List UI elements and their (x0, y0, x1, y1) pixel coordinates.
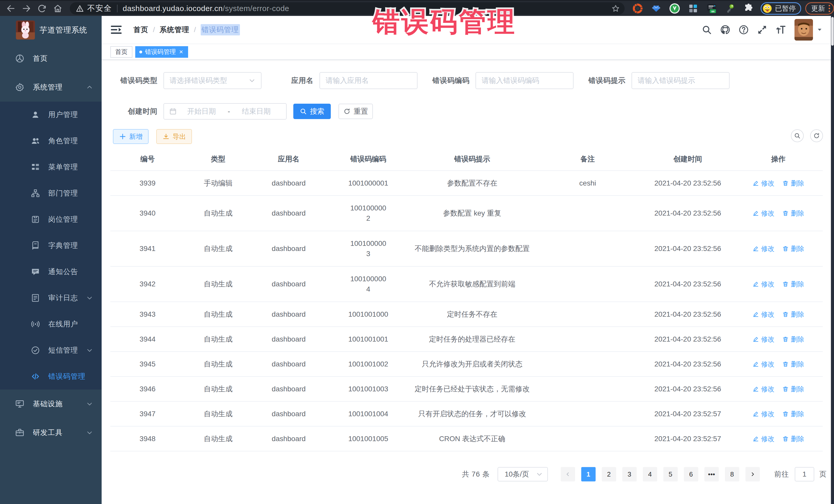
delete-row-button[interactable]: 删除 (782, 243, 804, 254)
security-label[interactable]: 不安全 (87, 3, 112, 14)
pager-ellipsis[interactable]: ••• (704, 467, 719, 481)
sidebar-item-菜单管理[interactable]: 菜单管理 (0, 154, 102, 180)
browser-profile-chip[interactable]: 已暂停 (761, 2, 801, 15)
error-type-select[interactable]: 请选择错误码类型 (163, 72, 262, 89)
sidebar-item-角色管理[interactable]: 角色管理 (0, 128, 102, 154)
sidebar-item-用户管理[interactable]: 用户管理 (0, 102, 102, 128)
tag-label: 错误码管理 (145, 48, 176, 56)
breadcrumb-system[interactable]: 系统管理 (160, 25, 190, 35)
filter-code-label: 错误码编码 (431, 76, 469, 85)
edit-row-button[interactable]: 修改 (752, 243, 774, 254)
delete-row-button[interactable]: 删除 (782, 409, 804, 419)
page-url[interactable]: dashboard.yudao.iocoder.cn/system/error-… (123, 4, 289, 13)
extension-squares-icon[interactable] (688, 3, 699, 14)
refresh-table-button[interactable] (810, 129, 823, 142)
browser-forward-icon[interactable] (22, 4, 31, 13)
date-end-placeholder[interactable]: 结束日期 (232, 107, 281, 116)
edit-row-button[interactable]: 修改 (752, 334, 774, 344)
extensions-puzzle-icon[interactable] (743, 3, 754, 14)
user-avatar[interactable] (794, 19, 813, 41)
tag-close-icon[interactable] (178, 49, 184, 54)
date-start-placeholder[interactable]: 开始日期 (177, 107, 226, 116)
search-button[interactable]: 搜索 (293, 104, 331, 119)
edit-row-button[interactable]: 修改 (752, 279, 774, 289)
edit-row-button[interactable]: 修改 (752, 309, 774, 320)
error-code-input[interactable]: 请输入错误码编码 (476, 72, 573, 89)
breadcrumb-separator: / (194, 26, 196, 34)
delete-row-button[interactable]: 删除 (782, 334, 804, 344)
page-scrollbar[interactable] (831, 16, 834, 504)
address-bar[interactable]: 不安全 dashboard.yudao.iocoder.cn/system/er… (70, 2, 624, 15)
sidebar-item-岗位管理[interactable]: 岗位管理 (0, 206, 102, 233)
extension-key-icon[interactable] (725, 3, 736, 14)
sidebar-item-部门管理[interactable]: 部门管理 (0, 180, 102, 206)
sidebar-item-通知公告[interactable]: 通知公告 (0, 259, 102, 285)
delete-row-button[interactable]: 删除 (782, 384, 804, 394)
extension-v-icon[interactable] (669, 3, 680, 14)
browser-home-icon[interactable] (53, 4, 63, 13)
sidebar-item-错误码管理[interactable]: 错误码管理 (0, 364, 102, 390)
delete-row-button[interactable]: 删除 (782, 279, 804, 289)
prev-page-button[interactable] (561, 467, 575, 481)
delete-row-button[interactable]: 删除 (782, 208, 804, 218)
breadcrumb-home[interactable]: 首页 (133, 25, 148, 35)
next-page-button[interactable] (745, 467, 760, 481)
sidebar-toggle-icon[interactable] (111, 25, 122, 35)
sidebar-item-在线用户[interactable]: 在线用户 (0, 311, 102, 337)
browser-reload-icon[interactable] (37, 4, 47, 13)
extension-ubuntu-icon[interactable] (632, 3, 643, 14)
page-button-5[interactable]: 5 (663, 467, 678, 481)
page-button-2[interactable]: 2 (602, 467, 616, 481)
sidebar-item-系统管理[interactable]: 系统管理 (0, 73, 102, 102)
delete-row-button[interactable]: 删除 (782, 359, 804, 369)
edit-row-button[interactable]: 修改 (752, 409, 774, 419)
browser-menu-dots-icon[interactable] (829, 5, 830, 12)
page-button-8[interactable]: 8 (725, 467, 739, 481)
github-icon[interactable] (720, 25, 730, 35)
sidebar-item-审计日志[interactable]: 审计日志 (0, 285, 102, 311)
edit-row-button[interactable]: 修改 (752, 434, 774, 444)
sidebar-item-首页[interactable]: 首页 (0, 44, 102, 73)
edit-row-button[interactable]: 修改 (752, 359, 774, 369)
app-name-input[interactable]: 请输入应用名 (320, 72, 418, 89)
page-scrollbar-thumb[interactable] (831, 17, 834, 46)
sidebar-item-短信管理[interactable]: 短信管理 (0, 337, 102, 364)
delete-row-button[interactable]: 删除 (782, 178, 804, 188)
cell-code: 1001000001 (326, 171, 411, 195)
edit-row-button[interactable]: 修改 (752, 178, 774, 188)
input-placeholder: 请输入错误码提示 (638, 76, 695, 85)
sidebar-item-基础设施[interactable]: 基础设施 (0, 390, 102, 418)
export-button[interactable]: 导出 (156, 129, 192, 144)
sidebar-item-字典管理[interactable]: 字典管理 (0, 233, 102, 259)
extension-gem-icon[interactable] (651, 3, 662, 14)
cell-code: 1001001002 (326, 352, 411, 376)
tag-error-code[interactable]: 错误码管理 (135, 46, 188, 58)
header-search-icon[interactable] (702, 25, 712, 35)
page-size-select[interactable]: 10条/页 (498, 467, 548, 481)
page-button-4[interactable]: 4 (643, 467, 657, 481)
error-hint-input[interactable]: 请输入错误码提示 (632, 72, 729, 89)
page-button-1[interactable]: 1 (581, 467, 596, 481)
show-search-toggle-button[interactable] (791, 129, 804, 142)
reset-button[interactable]: 重置 (338, 104, 373, 119)
edit-row-button[interactable]: 修改 (752, 208, 774, 218)
browser-update-button[interactable]: 更新 (805, 2, 834, 15)
page-button-6[interactable]: 6 (684, 467, 698, 481)
user-caret-down-icon[interactable] (817, 27, 822, 32)
help-icon[interactable] (739, 25, 749, 35)
tag-home[interactable]: 首页 (110, 46, 132, 58)
fullscreen-icon[interactable] (757, 25, 767, 35)
date-range-picker[interactable]: 开始日期 - 结束日期 (163, 103, 287, 119)
browser-back-icon[interactable] (6, 4, 16, 13)
goto-page-input[interactable]: 1 (795, 467, 814, 481)
sidebar-item-研发工具[interactable]: 研发工具 (0, 418, 102, 447)
extension-tabs-on-icon[interactable]: on (706, 3, 717, 14)
delete-row-button[interactable]: 删除 (782, 309, 804, 320)
bookmark-star-icon[interactable] (611, 4, 620, 13)
page-button-3[interactable]: 3 (622, 467, 637, 481)
edit-row-button[interactable]: 修改 (752, 384, 774, 394)
add-button[interactable]: 新增 (113, 129, 149, 144)
delete-row-button[interactable]: 删除 (782, 434, 804, 444)
sidebar-logo[interactable]: 芋道管理系统 (0, 16, 102, 44)
font-size-icon[interactable] (775, 25, 786, 35)
